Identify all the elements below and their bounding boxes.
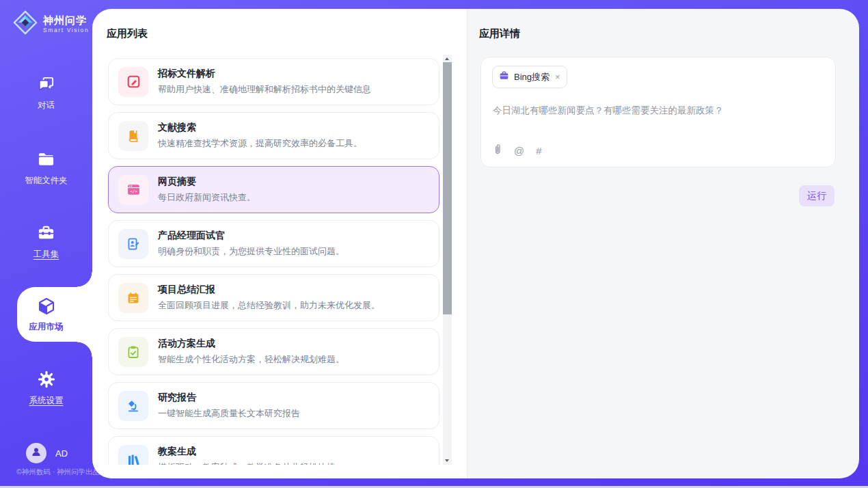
sidebar-item-chat[interactable]: 对话	[0, 74, 92, 111]
app-card[interactable]: 项目总结汇报全面回顾项目进展，总结经验教训，助力未来优化发展。	[108, 274, 439, 321]
chat-bubbles-icon	[36, 74, 57, 94]
app-description: 每日政府新闻资讯快查。	[158, 191, 256, 204]
app-name: 活动方案生成	[158, 338, 344, 350]
sidebar-item-label: 系统设置	[29, 395, 64, 407]
calendar-note-icon	[118, 283, 148, 313]
tool-chip-label: Bing搜索	[514, 71, 550, 83]
paperclip-icon[interactable]	[493, 144, 502, 158]
app-name: 项目总结汇报	[158, 284, 380, 296]
app-name: 招标文件解析	[158, 68, 371, 80]
app-description: 智能生成个性化活动方案，轻松解决规划难题。	[158, 353, 344, 366]
copyright-footer: ©神州数码 · 神州问学出品	[16, 467, 100, 477]
svg-text:</>: </>	[130, 189, 137, 193]
document-edit-icon	[118, 67, 148, 97]
sidebar: 神州问学 Smart Vision 对话智能文件夹工具集应用市场系统设置 AD …	[0, 0, 92, 488]
folder-icon	[36, 149, 57, 170]
book-icon	[118, 121, 148, 151]
sidebar-item-folders[interactable]: 智能文件夹	[0, 149, 92, 187]
app-logo: 神州问学 Smart Vision	[12, 10, 89, 38]
composer-toolbar: @#	[493, 144, 542, 158]
tool-chip-bing-search[interactable]: Bing搜索 ×	[492, 66, 567, 88]
clipboard-check-icon	[118, 337, 148, 367]
app-description: 一键智能生成高质量长文本研究报告	[158, 407, 300, 420]
app-list: 招标文件解析帮助用户快速、准确地理解和解析招标书中的关键信息文献搜索快速精准查找…	[108, 51, 439, 465]
app-name: 研究报告	[158, 392, 300, 404]
app-card[interactable]: 招标文件解析帮助用户快速、准确地理解和解析招标书中的关键信息	[108, 58, 439, 105]
briefcase-icon	[499, 70, 509, 83]
scroll-down-icon[interactable]	[443, 457, 452, 465]
sidebar-item-label: 对话	[38, 100, 55, 111]
interview-doc-icon	[118, 229, 148, 259]
diamond-logo-icon	[12, 10, 38, 38]
app-detail-title: 应用详情	[479, 27, 520, 40]
remove-tool-icon[interactable]: ×	[555, 72, 560, 81]
main-content: 应用列表 招标文件解析帮助用户快速、准确地理解和解析招标书中的关键信息文献搜索快…	[92, 9, 859, 478]
app-name: 教案生成	[158, 446, 336, 458]
app-list-title: 应用列表	[107, 27, 148, 40]
logo-title: 神州问学	[43, 14, 89, 26]
app-description: 明确身份和职责，为您提供专业性的面试问题。	[158, 245, 344, 258]
books-icon	[118, 445, 148, 465]
app-name: 文献搜索	[158, 122, 362, 134]
app-description: 全面回顾项目进展，总结经验教训，助力未来优化发展。	[158, 299, 380, 312]
user-name: AD	[55, 448, 68, 459]
scrollbar-thumb[interactable]	[443, 62, 452, 314]
gear-icon	[36, 369, 57, 390]
app-card[interactable]: 产品经理面试官明确身份和职责，为您提供专业性的面试问题。	[108, 220, 439, 267]
sidebar-item-market[interactable]: 应用市场	[0, 287, 92, 342]
app-description: 模板驱动，教案秒成，教学准备从此轻松快捷	[158, 461, 336, 465]
app-list-panel: 应用列表 招标文件解析帮助用户快速、准确地理解和解析招标书中的关键信息文献搜索快…	[92, 9, 467, 478]
app-card[interactable]: 研究报告一键智能生成高质量长文本研究报告	[108, 382, 439, 429]
toolbox-icon	[36, 223, 57, 243]
avatar[interactable]	[26, 443, 46, 463]
prompt-text[interactable]: 今日湖北有哪些新闻要点？有哪些需要关注的最新政策？	[493, 105, 824, 117]
at-icon[interactable]: @	[514, 145, 524, 157]
sidebar-item-settings[interactable]: 系统设置	[0, 369, 92, 407]
user-avatar-icon	[31, 446, 42, 460]
app-description: 快速精准查找学术资源，提高研究效率的必备工具。	[158, 137, 362, 150]
app-card[interactable]: 文献搜索快速精准查找学术资源，提高研究效率的必备工具。	[108, 112, 439, 159]
app-card[interactable]: </>网页摘要每日政府新闻资讯快查。	[108, 166, 439, 213]
cube-icon	[36, 297, 57, 317]
hash-icon[interactable]: #	[536, 145, 541, 157]
logo-subtitle: Smart Vision	[43, 27, 89, 33]
microscope-icon	[118, 391, 148, 421]
app-detail-panel: 应用详情 Bing搜索 × 今日湖北有哪些新闻要点？有哪些需要关注的最新政策？ …	[467, 9, 859, 478]
run-button[interactable]: 运行	[799, 185, 835, 206]
scrollbar[interactable]	[443, 55, 452, 465]
sidebar-item-label: 智能文件夹	[25, 175, 68, 187]
app-name: 网页摘要	[158, 176, 256, 188]
browser-code-icon: </>	[118, 175, 148, 205]
app-card[interactable]: 活动方案生成智能生成个性化活动方案，轻松解决规划难题。	[108, 328, 439, 375]
prompt-input-card[interactable]: Bing搜索 × 今日湖北有哪些新闻要点？有哪些需要关注的最新政策？ @#	[480, 57, 836, 167]
app-description: 帮助用户快速、准确地理解和解析招标书中的关键信息	[158, 83, 371, 96]
user-account: AD	[26, 443, 68, 463]
app-card[interactable]: 教案生成模板驱动，教案秒成，教学准备从此轻松快捷	[108, 436, 439, 465]
sidebar-item-label: 工具集	[33, 249, 59, 260]
app-name: 产品经理面试官	[158, 230, 344, 242]
sidebar-item-label: 应用市场	[29, 321, 64, 333]
sidebar-item-tools[interactable]: 工具集	[0, 223, 92, 260]
